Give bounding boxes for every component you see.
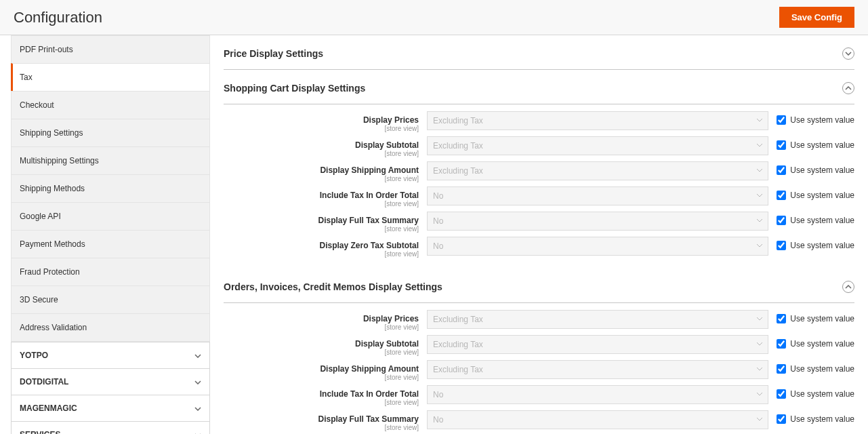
sidebar-item-address-validation[interactable]: Address Validation [11,313,210,342]
sidebar-item-payment-methods[interactable]: Payment Methods [11,230,210,258]
select-display-full-tax-summary[interactable]: No [427,212,768,231]
form-label-cell: Display Shipping Amount[store view] [224,360,427,381]
section-title: Price Display Settings [224,48,323,59]
form-label: Include Tax In Order Total [224,191,419,200]
form-label: Display Full Tax Summary [224,216,419,225]
sidebar-section-label: YOTPO [20,351,48,360]
form-label: Include Tax In Order Total [224,389,419,399]
use-system-value-label: Use system value [790,165,854,175]
use-system-value-checkbox[interactable] [777,165,786,175]
sidebar-item-tax[interactable]: Tax [11,63,210,91]
use-system-value-checkbox[interactable] [777,216,786,225]
form-control-cell: Excluding Tax [427,310,777,329]
sidebar-item-pdf-print-outs[interactable]: PDF Print-outs [11,35,210,63]
sidebar-section-services[interactable]: SERVICES [11,422,210,434]
sidebar-item-checkout[interactable]: Checkout [11,91,210,119]
form-check-cell: Use system value [777,360,854,374]
use-system-value-checkbox[interactable] [777,364,786,374]
page-header: Configuration Save Config [0,0,868,35]
form-row: Include Tax In Order Total[store view]No… [224,186,854,208]
form-label-cell: Display Zero Tax Subtotal[store view] [224,237,427,258]
form-row: Display Shipping Amount[store view]Exclu… [224,360,854,381]
use-system-value-checkbox[interactable] [777,140,786,150]
select-display-prices[interactable]: Excluding Tax [427,111,768,130]
use-system-value-label: Use system value [790,339,854,349]
form-control-cell: Excluding Tax [427,111,777,130]
use-system-value-checkbox[interactable] [777,191,786,200]
section-header-shopping-cart-display-settings[interactable]: Shopping Cart Display Settings [224,70,854,104]
form-label-cell: Display Full Tax Summary[store view] [224,212,427,233]
sidebar-section-magenmagic[interactable]: MAGENMAGIC [11,395,210,422]
form-scope: [store view] [224,175,419,182]
select-include-tax-in-order-total[interactable]: No [427,186,768,205]
use-system-value-checkbox[interactable] [777,414,786,424]
form-check-cell: Use system value [777,237,854,250]
form-check-cell: Use system value [777,212,854,225]
sidebar-section-label: SERVICES [20,430,60,434]
sidebar-item-shipping-settings[interactable]: Shipping Settings [11,119,210,146]
form-label: Display Shipping Amount [224,165,419,175]
form-scope: [store view] [224,399,419,406]
select-display-full-tax-summary[interactable]: No [427,410,768,429]
sidebar-item-multishipping-settings[interactable]: Multishipping Settings [11,146,210,174]
select-include-tax-in-order-total[interactable]: No [427,385,768,404]
sidebar-section-label: DOTDIGITAL [20,377,68,387]
select-display-prices[interactable]: Excluding Tax [427,310,768,329]
sidebar-section-yotpo[interactable]: YOTPO [11,342,210,369]
select-display-subtotal[interactable]: Excluding Tax [427,335,768,354]
form-row: Display Shipping Amount[store view]Exclu… [224,161,854,182]
section-body: Display Prices[store view]Excluding TaxU… [224,303,854,434]
form-row: Include Tax In Order Total[store view]No… [224,385,854,406]
form-check-cell: Use system value [777,310,854,323]
form-label-cell: Display Full Tax Summary[store view] [224,410,427,431]
sidebar-item-google-api[interactable]: Google API [11,202,210,230]
form-scope: [store view] [224,200,419,208]
select-display-shipping-amount[interactable]: Excluding Tax [427,360,768,379]
use-system-value-label: Use system value [790,216,854,225]
form-label: Display Zero Tax Subtotal [224,241,419,250]
chevron-down-icon [194,430,201,434]
form-control-cell: No [427,410,777,429]
form-row: Display Full Tax Summary[store view]NoUs… [224,410,854,431]
form-row: Display Full Tax Summary[store view]NoUs… [224,212,854,233]
section-title: Orders, Invoices, Credit Memos Display S… [224,281,442,292]
form-row: Display Subtotal[store view]Excluding Ta… [224,136,854,157]
use-system-value-label: Use system value [790,414,854,424]
use-system-value-checkbox[interactable] [777,314,786,323]
form-label: Display Prices [224,314,419,323]
form-control-cell: Excluding Tax [427,161,777,180]
form-scope: [store view] [224,225,419,233]
form-scope: [store view] [224,250,419,258]
form-label-cell: Display Prices[store view] [224,111,427,132]
page-title: Configuration [14,9,102,26]
use-system-value-checkbox[interactable] [777,241,786,250]
save-config-button[interactable]: Save Config [779,7,854,28]
sidebar-section-label: MAGENMAGIC [20,403,77,413]
chevron-down-icon [194,351,201,360]
select-display-subtotal[interactable]: Excluding Tax [427,136,768,155]
form-label: Display Subtotal [224,140,419,150]
sidebar: PDF Print-outsTaxCheckoutShipping Settin… [0,35,210,434]
form-label-cell: Include Tax In Order Total[store view] [224,385,427,406]
form-row: Display Prices[store view]Excluding TaxU… [224,310,854,331]
form-check-cell: Use system value [777,136,854,150]
chevron-up-icon [842,82,854,94]
use-system-value-checkbox[interactable] [777,389,786,399]
form-label-cell: Include Tax In Order Total[store view] [224,186,427,208]
use-system-value-label: Use system value [790,314,854,323]
form-check-cell: Use system value [777,111,854,125]
use-system-value-checkbox[interactable] [777,115,786,125]
section-header-orders-invoices-credit-memos-display-settings[interactable]: Orders, Invoices, Credit Memos Display S… [224,269,854,303]
select-display-shipping-amount[interactable]: Excluding Tax [427,161,768,180]
form-label-cell: Display Subtotal[store view] [224,335,427,356]
select-display-zero-tax-subtotal[interactable]: No [427,237,768,256]
sidebar-item-shipping-methods[interactable]: Shipping Methods [11,174,210,202]
use-system-value-label: Use system value [790,389,854,399]
use-system-value-checkbox[interactable] [777,339,786,349]
sidebar-item-fraud-protection[interactable]: Fraud Protection [11,258,210,285]
sidebar-item-3d-secure[interactable]: 3D Secure [11,285,210,313]
form-check-cell: Use system value [777,385,854,399]
section-header-price-display-settings[interactable]: Price Display Settings [224,35,854,70]
sidebar-section-dotdigital[interactable]: DOTDIGITAL [11,369,210,395]
form-scope: [store view] [224,349,419,356]
